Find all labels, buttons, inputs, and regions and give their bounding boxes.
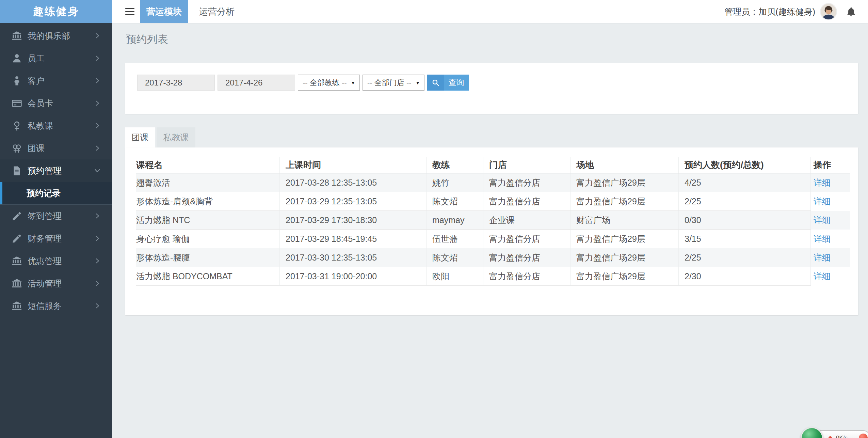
sidebar-item-label: 活动管理 [28,278,62,289]
table-cell: 姚竹 [427,173,483,192]
filter-card: -- 全部教练 -- ▼ -- 全部门店 -- ▼ 查询 [125,63,858,114]
sidebar-item-personal-training[interactable]: 私教课 [0,114,112,137]
user-icon [12,53,22,64]
sidebar-item-customers[interactable]: 客户 [0,69,112,92]
date-to-input[interactable] [218,75,295,91]
date-from-input[interactable] [137,75,215,91]
bell-icon[interactable] [846,6,856,17]
table-cell: 2017-03-29 12:35-13:05 [280,192,427,211]
hamburger-icon[interactable] [125,8,134,15]
table-cell: 2017-03-29 17:30-18:30 [280,211,427,230]
sidebar-item-finance-management[interactable]: 财务管理 [0,227,112,250]
table-header-row: 课程名上课时间教练门店场地预约人数(预约/总数)操作 [136,157,850,173]
detail-link[interactable]: 详细 [814,234,831,244]
sidebar-item-label: 签到管理 [28,210,62,222]
table-cell: 2/25 [679,192,811,211]
network-speed-widget: 0K/s [801,427,868,438]
column-header: 预约人数(预约/总数) [679,157,811,173]
chevron-right-icon [94,257,101,264]
column-header: 场地 [570,157,679,173]
chevron-right-icon [94,32,101,39]
pencil-icon [12,211,22,221]
table-cell: 身心疗愈 瑜伽 [136,230,280,248]
sidebar-item-promo-management[interactable]: 优惠管理 [0,250,112,272]
sidebar-item-member-cards[interactable]: 会员卡 [0,92,112,114]
sidebar-item-group-class[interactable]: 团课 [0,137,112,159]
sidebar-item-activity-management[interactable]: 活动管理 [0,272,112,295]
table-cell: 富力盈信分店 [483,173,570,192]
table-cell: 2017-03-29 18:45-19:45 [280,230,427,248]
nav-operations-analysis[interactable]: 运营分析 [199,6,235,18]
sidebar-item-label: 客户 [28,75,45,87]
column-header: 上课时间 [280,157,427,173]
table-body: 翘臀激活2017-03-28 12:35-13:05姚竹富力盈信分店富力盈信广场… [136,173,850,286]
sidebar-group-booking-management: 预约管理预约记录 [0,159,112,205]
green-ball-icon[interactable] [801,427,823,438]
caret-down-icon: ▼ [351,80,355,85]
speed-text: 0K/s [836,435,848,438]
admin-label: 管理员：加贝(趣练健身) [724,6,815,17]
sidebar: 趣练健身 我的俱乐部员工客户会员卡私教课团课预约管理预约记录签到管理财务管理优惠… [0,0,112,438]
tab-group-class[interactable]: 团课 [125,127,155,147]
detail-link[interactable]: 详细 [814,197,831,206]
bank-icon [12,278,22,289]
table-cell: 2017-03-28 12:35-13:05 [280,173,427,192]
table-cell: 0/30 [679,211,811,230]
topbar-right: 管理员：加贝(趣练健身) [724,3,868,20]
table-cell: maymay [427,211,483,230]
sidebar-item-label: 团课 [28,143,45,154]
red-ball-icon[interactable] [859,434,868,438]
table-cell: 富力盈信广场29层 [570,173,679,192]
table-cell: 伍世藩 [427,230,483,248]
sidebar-item-label: 短信服务 [28,300,62,312]
sidebar-item-sms-service[interactable]: 短信服务 [0,295,112,317]
chevron-right-icon [94,145,101,152]
chevron-down-icon [94,167,101,174]
column-header: 课程名 [136,157,280,173]
chevron-right-icon [94,122,101,129]
detail-link[interactable]: 详细 [814,253,831,262]
sidebar-item-staff[interactable]: 员工 [0,47,112,69]
search-button[interactable]: 查询 [427,75,469,91]
sidebar-item-label: 员工 [28,53,45,64]
table-cell: 富力盈信广场29层 [570,192,679,211]
table-action-cell: 详细 [811,267,850,286]
table-cell: 2017-03-31 19:00-20:00 [280,267,427,286]
sidebar-subitem-label: 预约记录 [27,188,61,199]
sidebar-subitem-booking-records[interactable]: 预约记录 [0,182,112,204]
sidebar-item-my-club[interactable]: 我的俱乐部 [0,25,112,47]
sidebar-item-label: 优惠管理 [28,255,62,267]
table-cell: 翘臀激活 [136,173,280,192]
column-header: 教练 [427,157,483,173]
pencil-icon [12,233,22,244]
coach-select[interactable]: -- 全部教练 -- ▼ [298,75,360,91]
sidebar-item-checkin-management[interactable]: 签到管理 [0,205,112,227]
table-action-cell: 详细 [811,230,850,248]
red-dot-icon [829,436,832,438]
table-cell: 企业课 [483,211,570,230]
sidebar-item-booking-management[interactable]: 预约管理 [0,159,112,182]
detail-link[interactable]: 详细 [814,178,831,187]
avatar[interactable] [820,3,837,20]
column-header: 操作 [811,157,850,173]
card-icon [12,98,22,109]
store-select[interactable]: -- 全部门店 -- ▼ [363,75,424,91]
table-cell: 形体炼造-肩颈&胸背 [136,192,280,211]
store-select-value: -- 全部门店 -- [367,78,412,88]
table-row: 活力燃脂 NTC2017-03-29 17:30-18:30maymay企业课财… [136,211,850,230]
table-action-cell: 详细 [811,211,850,230]
table-cell: 财富广场 [570,211,679,230]
table-cell: 活力燃脂 NTC [136,211,280,230]
module-tab-operations[interactable]: 营运模块 [140,0,188,23]
detail-link[interactable]: 详细 [814,215,831,225]
table-cell: 2017-03-30 12:35-13:05 [280,248,427,267]
table-cell: 富力盈信广场29层 [570,230,679,248]
table-cell: 陈文炤 [427,192,483,211]
table-cell: 2/25 [679,248,811,267]
detail-link[interactable]: 详细 [814,271,831,281]
tab-personal-training[interactable]: 私教课 [157,127,195,147]
column-header: 门店 [483,157,570,173]
table-cell: 富力盈信分店 [483,192,570,211]
search-button-label: 查询 [444,75,469,91]
table-action-cell: 详细 [811,248,850,267]
